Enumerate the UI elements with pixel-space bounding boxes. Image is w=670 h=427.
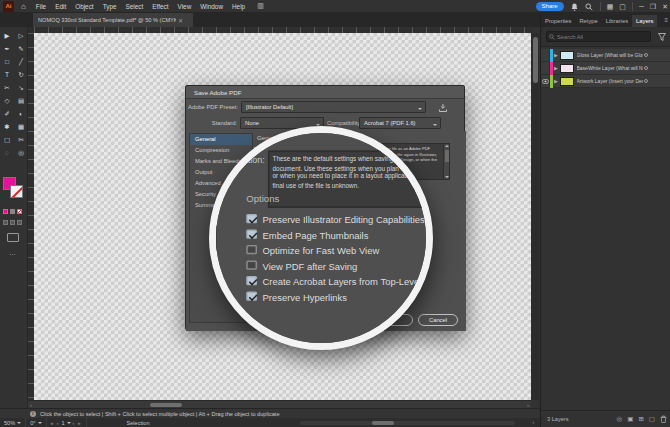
tab-retype[interactable]: Retype [575,15,601,27]
line-segment-tool[interactable]: ╱ [15,56,27,68]
option-preserve-editing[interactable]: Preserve Illustrator Editing Capabilitie… [246,213,424,225]
none-swatch-icon[interactable] [17,209,22,214]
visibility-toggle[interactable] [541,49,550,62]
slice-tool[interactable]: ✄ [15,134,27,146]
menu-type[interactable]: Type [103,3,117,10]
section-summary[interactable]: Summary [209,239,215,256]
panel-menu-icon[interactable]: ≡ [664,17,668,23]
layer-row-artwork[interactable]: ▶ Artwork Layer (Insert your Design he..… [541,75,670,88]
menu-object[interactable]: Object [75,3,93,10]
scroll-down-icon[interactable] [445,176,449,178]
zoom-tool[interactable]: ◎ [15,147,27,159]
scroll-up-icon[interactable] [445,145,449,147]
status-scrollbar[interactable] [300,421,515,425]
checkbox-acrobat-layers[interactable] [246,276,256,286]
blend-tool[interactable]: ◐ [15,108,27,120]
rectangle-tool[interactable]: □ [1,56,13,68]
menu-view[interactable]: View [178,3,192,10]
chevron-right-icon[interactable]: ▶ [553,52,560,58]
layer-thumbnail[interactable] [560,77,574,86]
visibility-toggle[interactable] [541,62,550,75]
home-icon[interactable]: ⌂ [21,1,26,12]
last-artboard-icon[interactable]: » [77,420,81,426]
type-tool[interactable]: T [1,69,13,81]
artboard-number[interactable]: 1 [61,420,64,426]
direct-selection-tool[interactable]: ▷ [15,30,27,42]
minimize-icon[interactable]: ─ [639,0,644,13]
make-clipping-mask-icon[interactable]: ▣ [627,415,633,423]
visibility-toggle[interactable] [541,75,550,88]
layer-row-basewhite[interactable]: ▶ BaseWhite Layer (What will NOT be ... [541,62,670,75]
scale-tool[interactable]: ↘ [15,82,27,94]
eyedropper-tool[interactable]: ✐ [1,108,13,120]
tab-libraries[interactable]: Libraries [602,15,632,27]
checkbox-embed-thumbnails[interactable] [246,229,256,239]
color-swatch-icon[interactable] [3,209,8,214]
chevron-right-icon[interactable]: ▶ [553,78,560,84]
search-input[interactable] [557,34,642,40]
compatibility-select[interactable]: Acrobat 7 (PDF 1.6) [359,117,441,129]
checkbox-preserve-hyperlinks[interactable] [246,291,256,301]
layer-name[interactable]: Artwork Layer (Insert your Design he... [577,78,643,84]
description-scrollbar[interactable] [443,144,449,179]
menu-file[interactable]: File [36,3,46,10]
layer-target-icon[interactable] [644,53,649,58]
artboard-navigation[interactable]: « ‹ 1 › » [47,418,87,427]
preset-select[interactable]: [Illustrator Default] [241,101,426,113]
new-layer-icon[interactable]: ▢ [649,415,655,423]
status-scrollbar-thumb[interactable] [372,421,394,425]
layer-target-icon[interactable] [644,79,649,84]
menu-effect[interactable]: Effect [152,3,168,10]
rotate-tool[interactable]: ↻ [15,69,27,81]
menu-edit[interactable]: Edit [55,3,66,10]
scrollbar-thumb[interactable] [445,150,449,162]
zoom-level-select[interactable]: 50% [0,418,26,427]
layer-thumbnail[interactable] [560,51,574,60]
share-button[interactable]: Share [536,2,564,11]
delete-layer-icon[interactable] [660,415,667,423]
option-preserve-hyperlinks[interactable]: Preserve Hyperlinks [246,290,347,302]
layer-target-icon[interactable] [644,66,649,71]
dialog-title[interactable]: Save Adobe PDF [186,86,464,99]
horizontal-scrollbar[interactable]: ‹ › [28,400,531,408]
vertical-scrollbar[interactable] [531,33,539,400]
hand-tool[interactable]: ◌ [1,147,13,159]
vertical-scrollbar-thumb[interactable] [533,37,538,83]
graph-tool[interactable]: ▦ [15,121,27,133]
layers-search-field[interactable] [546,31,651,42]
bell-icon[interactable] [570,2,579,11]
section-security[interactable]: Security [209,222,215,239]
filter-icon[interactable] [658,33,666,41]
screen-mode-icon[interactable] [7,233,19,242]
draw-inside-icon[interactable] [17,220,22,225]
workspace-switcher-icon[interactable]: ▦ [607,0,614,13]
tab-layers[interactable]: Layers [632,15,657,27]
search-icon[interactable] [585,2,594,11]
edit-toolbar-icon[interactable]: … [9,249,16,256]
document-tab[interactable]: NOMOQ 330ml Standard Template.pdf* @ 50 … [33,13,193,27]
previous-artboard-icon[interactable]: ‹ [57,420,60,426]
rotation-select[interactable]: 0° [26,418,46,427]
restore-icon[interactable]: ❐ [650,0,656,13]
option-view-after-save[interactable]: View PDF after Saving [246,259,357,271]
gradient-tool[interactable]: ▤ [15,95,27,107]
shape-builder-tool[interactable]: ◇ [1,95,13,107]
selection-tool[interactable]: ▶ [1,30,13,42]
chevron-right-icon[interactable]: ▶ [553,65,560,71]
locate-object-icon[interactable]: ◎ [617,415,623,423]
option-optimize-web[interactable]: Optimize for Fast Web View [246,244,379,256]
option-acrobat-layers[interactable]: Create Acrobat Layers from Top-Level Lay… [246,275,433,287]
scroll-right-icon[interactable]: › [532,419,534,425]
layer-name[interactable]: Gloss Layer (What will be Glossy) [577,52,643,58]
layer-name[interactable]: BaseWhite Layer (What will NOT be ... [577,65,643,71]
menu-select[interactable]: Select [126,3,144,10]
checkbox-optimize-web[interactable] [246,245,256,255]
save-preset-icon[interactable] [438,103,448,113]
gradient-swatch-icon[interactable] [10,209,15,214]
layer-row-gloss[interactable]: ▶ Gloss Layer (What will be Glossy) [541,49,670,62]
cancel-button[interactable]: Cancel [418,314,458,326]
horizontal-scrollbar-thumb[interactable] [150,403,182,407]
scissors-tool[interactable]: ✂ [1,82,13,94]
layer-thumbnail[interactable] [560,64,574,73]
stroke-color-swatch[interactable] [10,185,23,198]
